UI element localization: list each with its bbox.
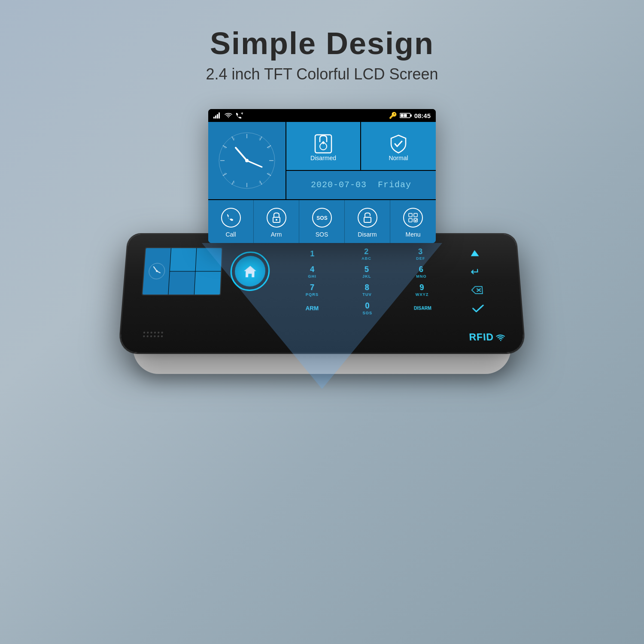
key-backspace[interactable] bbox=[451, 283, 503, 297]
speaker-dot bbox=[150, 335, 152, 337]
svg-line-23 bbox=[268, 173, 270, 174]
page-title: Simple Design bbox=[210, 26, 434, 61]
key-check[interactable] bbox=[452, 301, 504, 316]
lcd-floating-container: 🔑 08:45 bbox=[208, 109, 436, 243]
sos-label: SOS bbox=[316, 231, 328, 238]
device-lcd-cell-3 bbox=[168, 271, 195, 295]
disarmed-label: Disarmed bbox=[310, 155, 336, 161]
svg-line-20 bbox=[260, 181, 262, 185]
speaker-dot bbox=[158, 335, 159, 337]
arm-label: Arm bbox=[271, 231, 282, 238]
status-bar: 🔑 08:45 bbox=[208, 109, 436, 122]
rfid-label: RFID bbox=[469, 331, 494, 343]
wifi-icon bbox=[225, 112, 232, 118]
page-subtitle: 2.4 inch TFT Colorful LCD Screen bbox=[206, 65, 438, 83]
sos-icon: SOS bbox=[311, 207, 333, 228]
svg-line-19 bbox=[232, 181, 234, 185]
svg-line-17 bbox=[223, 173, 227, 176]
svg-line-27 bbox=[224, 147, 225, 149]
clock-svg bbox=[217, 131, 277, 191]
call-status-icon bbox=[236, 112, 243, 118]
key-icon: 🔑 bbox=[389, 112, 397, 119]
disarm-button[interactable]: Disarm bbox=[345, 200, 390, 243]
signal-icon bbox=[213, 112, 221, 118]
rfid-badge: RFID bbox=[469, 331, 506, 343]
svg-point-34 bbox=[222, 208, 240, 227]
normal-label: Normal bbox=[389, 155, 408, 161]
svg-point-37 bbox=[276, 219, 277, 221]
svg-rect-41 bbox=[364, 217, 371, 222]
svg-line-28 bbox=[234, 137, 235, 139]
svg-line-16 bbox=[267, 146, 271, 148]
svg-rect-5 bbox=[410, 114, 412, 116]
key-up[interactable] bbox=[450, 247, 500, 261]
lcd-main-grid: Disarmed Normal 2020-07-03 Friday bbox=[208, 122, 436, 243]
call-button[interactable]: Call bbox=[208, 200, 254, 243]
svg-marker-1 bbox=[215, 115, 216, 118]
svg-marker-3 bbox=[219, 112, 220, 118]
disarmed-cell: Disarmed bbox=[286, 122, 361, 171]
device-clock-svg bbox=[148, 262, 166, 280]
svg-point-42 bbox=[404, 208, 422, 227]
rfid-icon bbox=[495, 333, 506, 341]
svg-text:SOS: SOS bbox=[316, 215, 327, 221]
battery-icon bbox=[400, 112, 412, 118]
device-lcd-clock-cell bbox=[143, 248, 171, 295]
lcd-screen: 🔑 08:45 bbox=[208, 109, 436, 243]
enter-icon bbox=[469, 266, 482, 278]
svg-rect-44 bbox=[414, 213, 417, 217]
svg-line-14 bbox=[232, 137, 234, 140]
menu-button[interactable]: Menu bbox=[390, 200, 436, 243]
svg-line-13 bbox=[260, 137, 262, 140]
svg-rect-7 bbox=[404, 114, 407, 117]
svg-point-31 bbox=[245, 159, 249, 162]
svg-rect-43 bbox=[409, 213, 412, 217]
svg-line-24 bbox=[259, 182, 261, 183]
backspace-icon bbox=[470, 284, 483, 296]
svg-line-29 bbox=[236, 148, 247, 161]
svg-line-22 bbox=[268, 147, 270, 149]
speaker-dot bbox=[143, 332, 145, 334]
speaker-grille bbox=[143, 332, 163, 341]
disarm-icon bbox=[357, 207, 378, 228]
bottom-buttons-row: Call Arm SOS bbox=[208, 200, 436, 243]
disarm-label: Disarm bbox=[358, 231, 377, 238]
svg-line-15 bbox=[223, 146, 227, 148]
speaker-dot bbox=[147, 332, 149, 334]
date-display: 2020-07-03 Friday bbox=[311, 180, 411, 190]
call-icon bbox=[220, 207, 242, 228]
status-left-icons bbox=[213, 112, 243, 118]
sos-button[interactable]: SOS SOS bbox=[299, 200, 345, 243]
svg-line-21 bbox=[259, 137, 261, 139]
clock-cell bbox=[208, 122, 286, 200]
menu-icon bbox=[402, 207, 424, 228]
speaker-dot bbox=[161, 332, 163, 334]
disarmed-icon bbox=[313, 133, 334, 155]
svg-marker-0 bbox=[213, 117, 215, 118]
speaker-dot bbox=[154, 332, 156, 334]
speaker-dot bbox=[143, 335, 145, 337]
light-beam bbox=[202, 243, 442, 389]
normal-icon bbox=[388, 133, 409, 155]
svg-line-18 bbox=[267, 173, 271, 176]
key-enter[interactable] bbox=[450, 265, 501, 279]
call-label: Call bbox=[225, 231, 236, 238]
device-lcd-cell-1 bbox=[170, 248, 197, 271]
arm-button[interactable]: Arm bbox=[254, 200, 299, 243]
menu-label: Menu bbox=[405, 231, 420, 238]
status-right: 🔑 08:45 bbox=[389, 112, 431, 119]
speaker-dot bbox=[150, 332, 152, 334]
arm-icon bbox=[266, 207, 287, 228]
clock-face bbox=[217, 131, 277, 191]
speaker-dot bbox=[147, 335, 149, 337]
speaker-dot bbox=[154, 335, 155, 337]
svg-rect-45 bbox=[409, 219, 412, 222]
normal-cell: Normal bbox=[361, 122, 436, 171]
date-cell: 2020-07-03 Friday bbox=[286, 171, 436, 200]
speaker-dot bbox=[158, 332, 159, 334]
speaker-dot bbox=[161, 335, 163, 337]
svg-line-30 bbox=[247, 161, 262, 167]
svg-line-26 bbox=[224, 173, 225, 174]
svg-line-25 bbox=[234, 182, 235, 183]
up-arrow-icon bbox=[468, 248, 481, 260]
